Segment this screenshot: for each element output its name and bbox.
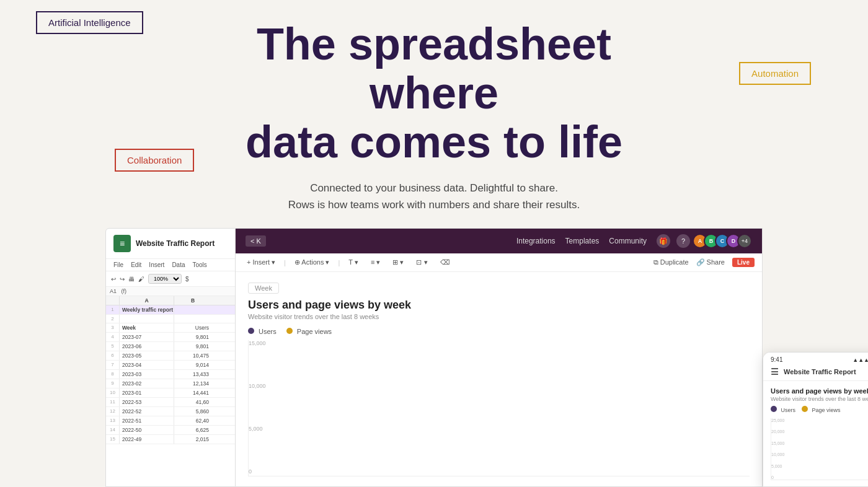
table-row: 102023-0114,441 — [106, 388, 235, 398]
table-row: 1 Weekly traffic report — [106, 305, 235, 315]
hero-subtitle: Connected to your business data. Delight… — [0, 180, 868, 213]
format-button[interactable]: ⊞ ▾ — [389, 257, 407, 268]
mobile-chart-area: Users and page views by week Website vis… — [763, 381, 868, 486]
cell-reference: A1 (f) — [106, 287, 235, 296]
menu-edit[interactable]: Edit — [131, 261, 141, 268]
legend-pageviews: Page views — [286, 328, 332, 335]
y-axis: 15,000 10,000 5,000 0 — [249, 340, 266, 476]
mobile-header: ☰ Website Traffic Report — [763, 364, 868, 381]
collaboration-label[interactable]: Collaboration — [115, 149, 194, 172]
undo-icon[interactable]: ↩ — [111, 276, 116, 283]
redo-icon[interactable]: ↪ — [120, 276, 125, 283]
table-row: 92023-0212,134 — [106, 379, 235, 388]
align-button[interactable]: ≡ ▾ — [367, 257, 384, 268]
menu-file[interactable]: File — [113, 261, 123, 268]
table-row: 152022-492,015 — [106, 435, 235, 444]
mobile-legend: Users Page views — [771, 406, 868, 413]
table-row: 72023-049,014 — [106, 361, 235, 370]
hero-section: The spreadsheet where data comes to life… — [0, 0, 868, 265]
menu-tools[interactable]: Tools — [193, 261, 207, 268]
artificial-intelligence-label[interactable]: Artificial Intelligence — [36, 11, 143, 34]
community-link[interactable]: Community — [609, 237, 647, 245]
table-row: 142022-506,625 — [106, 426, 235, 435]
gift-icon[interactable]: 🎁 — [657, 234, 670, 248]
back-button[interactable]: < K — [246, 235, 266, 247]
share-button[interactable]: 🔗 Share — [696, 258, 725, 266]
app-preview: ≡ Website Traffic Report File Edit Inser… — [105, 228, 763, 487]
paint-icon[interactable]: 🖌 — [138, 276, 144, 283]
chart-panel: < K Integrations Templates Community 🎁 ?… — [236, 228, 763, 487]
mobile-bar-chart: 25,000 20,000 15,000 10,000 5,000 0 — [771, 418, 868, 480]
help-icon[interactable]: ? — [676, 234, 690, 248]
week-label: Week — [248, 283, 279, 294]
spreadsheet-grid: A B 1 Weekly traffic report 2 3 Week Use… — [106, 296, 235, 444]
sheet-toolbar: ↩ ↪ 🖶 🖌 100% $ — [106, 271, 235, 287]
sheet-menu: File Edit Insert Data Tools — [106, 259, 235, 271]
avatar-count: +4 — [737, 234, 752, 248]
table-row: 42023-079,801 — [106, 333, 235, 342]
erase-button[interactable]: ⌫ — [436, 257, 454, 268]
chart-nav: < K Integrations Templates Community 🎁 ?… — [236, 229, 762, 253]
chart-content: Week Users and page views by week Websit… — [236, 272, 762, 486]
grid-header: A B — [106, 296, 235, 305]
chart-title: Users and page views by week — [248, 299, 750, 312]
duplicate-button[interactable]: ⧉ Duplicate — [653, 258, 689, 266]
table-row: 112022-5341,60 — [106, 398, 235, 407]
text-format-button[interactable]: T ▾ — [345, 257, 362, 268]
templates-link[interactable]: Templates — [565, 237, 600, 245]
mobile-preview: 9:41 ▲▲▲ WiFi 🔋 ☰ Website Traffic Report… — [763, 352, 868, 487]
spreadsheet-panel: ≡ Website Traffic Report File Edit Inser… — [105, 228, 236, 487]
col-b-header: B — [174, 296, 211, 305]
sheet-app-icon: ≡ — [113, 235, 131, 252]
hamburger-icon[interactable]: ☰ — [771, 367, 779, 377]
chart-subtitle: Website visitor trends over the last 8 w… — [248, 313, 750, 320]
integrations-link[interactable]: Integrations — [516, 237, 556, 245]
table-row: 62023-0510,475 — [106, 351, 235, 361]
zoom-select[interactable]: 100% — [148, 274, 182, 284]
mobile-status-bar: 9:41 ▲▲▲ WiFi 🔋 — [763, 353, 868, 364]
chart-legend: Users Page views — [248, 328, 750, 335]
dollar-icon[interactable]: $ — [185, 276, 189, 283]
chart-toolbar: + Insert ▾ | ⊕ Actions ▾ | T ▾ ≡ ▾ ⊞ ▾ ⊡… — [236, 253, 762, 272]
bar-chart: 15,000 10,000 5,000 0 — [248, 340, 750, 476]
actions-button[interactable]: ⊕ Actions ▾ — [291, 257, 334, 268]
hero-title: The spreadsheet where data comes to life — [217, 20, 651, 167]
print-icon[interactable]: 🖶 — [128, 276, 135, 283]
menu-insert[interactable]: Insert — [149, 261, 164, 268]
spreadsheet-title: Website Traffic Report — [136, 239, 215, 248]
table-row: 3 Week Users — [106, 323, 235, 333]
table-row: 122022-525,860 — [106, 407, 235, 416]
col-a-header: A — [120, 296, 174, 305]
live-badge: Live — [732, 258, 755, 267]
table-row: 2 — [106, 315, 235, 323]
automation-label[interactable]: Automation — [739, 62, 811, 85]
table-row: 82023-0313,433 — [106, 370, 235, 379]
insert-button[interactable]: + Insert ▾ — [243, 257, 279, 268]
legend-users: Users — [248, 328, 277, 335]
table-row: 52023-069,801 — [106, 342, 235, 351]
menu-data[interactable]: Data — [172, 261, 185, 268]
avatar-group: A B C D +4 — [696, 234, 752, 248]
sheet-header: ≡ Website Traffic Report — [106, 229, 235, 259]
table-row: 132022-5162,40 — [106, 416, 235, 426]
grid-button[interactable]: ⊡ ▾ — [412, 257, 431, 268]
